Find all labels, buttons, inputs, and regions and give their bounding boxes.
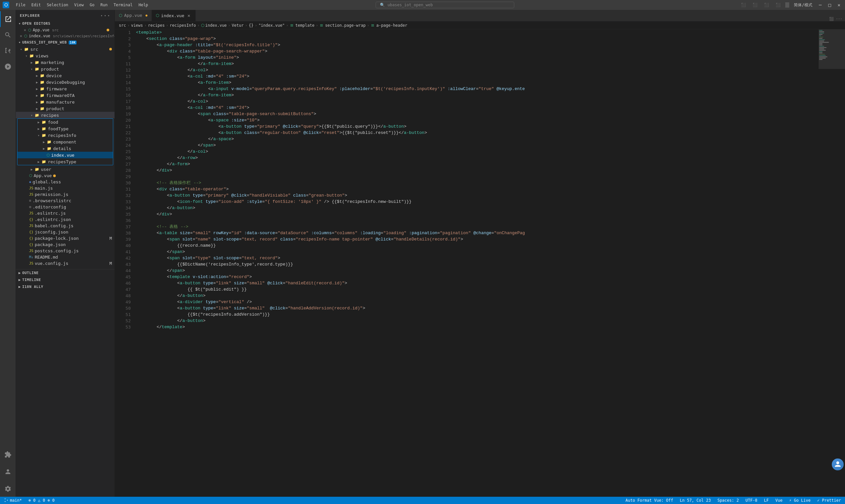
file-icon-pkg-lock: {} bbox=[29, 236, 33, 240]
code-line-21: <a-button type="primary" @click="query">… bbox=[136, 123, 816, 130]
status-autoformat[interactable]: Auto Format Vue: Off bbox=[624, 498, 675, 503]
tree-eslintrc-js[interactable]: JS .eslintrc.js bbox=[16, 210, 115, 216]
avatar[interactable] bbox=[832, 458, 844, 470]
tree-marketing[interactable]: ▶ 📁 marketing bbox=[16, 59, 115, 66]
debug-activity[interactable] bbox=[0, 59, 16, 74]
tree-manufacture[interactable]: ▶ 📁 manufacture bbox=[16, 98, 115, 105]
tree-recipes[interactable]: ▾ 📁 recipes bbox=[16, 112, 115, 119]
tree-component[interactable]: ▶ 📁 component bbox=[17, 139, 113, 145]
status-eol[interactable]: LF bbox=[763, 498, 770, 503]
code-content[interactable]: <template> <section class="page-wrap"> <… bbox=[133, 29, 818, 497]
bc-a-page-header[interactable]: a-page-header bbox=[371, 23, 407, 28]
locale-btn[interactable]: 简体/模式 bbox=[792, 2, 814, 8]
timeline-header[interactable]: ▶ TIMELINE bbox=[16, 276, 115, 283]
status-branch[interactable]: main* bbox=[3, 498, 23, 503]
tab-close-btn[interactable]: ✕ bbox=[186, 13, 191, 18]
bc-vetur[interactable]: Vetur bbox=[232, 23, 244, 28]
more-actions-btn[interactable]: ··· bbox=[836, 17, 842, 21]
status-lang[interactable]: Vue bbox=[774, 498, 784, 503]
menu-view[interactable]: View bbox=[72, 2, 87, 8]
tree-readme-md[interactable]: M↓ README.md bbox=[16, 254, 115, 260]
tab-index-vue[interactable]: ⬡ index.vue ✕ bbox=[152, 10, 196, 21]
tree-arrow-food: ▶ bbox=[36, 120, 41, 125]
maximize-btn[interactable]: □ bbox=[826, 2, 833, 8]
account-activity[interactable] bbox=[0, 464, 16, 480]
minimize-btn[interactable]: ─ bbox=[817, 2, 824, 8]
tree-src[interactable]: ▾ 📁 src bbox=[16, 46, 115, 52]
tree-views[interactable]: ▾ 📁 views bbox=[16, 52, 115, 59]
close-editor-icon[interactable]: ✕ bbox=[24, 28, 26, 32]
tree-package-json[interactable]: {} package.json bbox=[16, 241, 115, 248]
outline-header[interactable]: ▶ OUTLINE bbox=[16, 269, 115, 276]
explorer-activity[interactable] bbox=[0, 11, 16, 27]
status-errors[interactable]: ⊗ 0 △ 0 ⊗ 0 bbox=[27, 498, 56, 503]
close-btn[interactable]: ✕ bbox=[836, 2, 842, 8]
bc-indexvue2[interactable]: "index.vue" bbox=[259, 23, 284, 28]
extensions-activity[interactable] bbox=[0, 447, 16, 463]
open-editor-index-vue[interactable]: ✕ ⬡ index.vue src\views\recipes\recipesI… bbox=[16, 33, 115, 39]
tree-postcss-config[interactable]: JS postcss.config.js bbox=[16, 248, 115, 254]
tree-food[interactable]: ▶ 📁 food bbox=[17, 119, 113, 125]
bc-recipes[interactable]: recipes bbox=[148, 23, 165, 28]
tree-device[interactable]: ▶ 📁 device bbox=[16, 72, 115, 79]
source-control-activity[interactable] bbox=[0, 43, 16, 59]
tree-device-debugging[interactable]: ▶ 📁 deviceDebugging bbox=[16, 79, 115, 86]
bc-src[interactable]: src bbox=[119, 23, 126, 28]
tree-global-less[interactable]: ◆ global.less bbox=[16, 179, 115, 185]
bc-indexvue[interactable]: ⬡ index.vue bbox=[201, 23, 227, 28]
menu-edit[interactable]: Edit bbox=[29, 2, 43, 8]
tree-product[interactable]: ▾ 📁 product bbox=[16, 66, 115, 72]
tab-app-vue[interactable]: ⬡ App.vue ● bbox=[115, 10, 152, 21]
layout-toggle[interactable]: ⬛ bbox=[739, 2, 748, 8]
tree-jsconfig-json[interactable]: {} jsconfig.json bbox=[16, 229, 115, 235]
title-bar: ⬡ File Edit Selection View Go Run Termin… bbox=[0, 0, 845, 10]
tree-details[interactable]: ▶ 📁 details bbox=[17, 145, 113, 152]
close-editor-icon2[interactable]: ✕ bbox=[20, 34, 22, 38]
bc-obj[interactable]: {} bbox=[249, 23, 253, 28]
settings-activity[interactable] bbox=[0, 481, 16, 497]
tree-recipes-info[interactable]: ▾ 📁 recipesInfo bbox=[17, 132, 113, 139]
layout-toggle3[interactable]: ⬛ bbox=[762, 2, 771, 8]
open-editor-app-vue[interactable]: ✕ ⬡ App.vue src bbox=[16, 27, 115, 33]
tree-firmware[interactable]: ▶ 📁 firmware bbox=[16, 86, 115, 92]
tree-app-vue[interactable]: ⬡ App.vue bbox=[16, 173, 115, 179]
bc-views[interactable]: views bbox=[131, 23, 143, 28]
tree-package-lock-json[interactable]: {} package-lock.json M bbox=[16, 235, 115, 241]
menu-run[interactable]: Run bbox=[98, 2, 110, 8]
sidebar-more[interactable]: ··· bbox=[100, 13, 110, 19]
split-editor-btn[interactable]: ⬛ bbox=[829, 17, 834, 21]
bc-template[interactable]: template bbox=[290, 23, 315, 28]
tree-babel-config[interactable]: JS babel.config.js bbox=[16, 223, 115, 229]
tree-vue-config-js[interactable]: JS vue.config.js M bbox=[16, 260, 115, 267]
bc-section[interactable]: section.page-wrap bbox=[319, 23, 366, 28]
status-cursor[interactable]: Ln 57, Col 23 bbox=[679, 498, 712, 503]
search-bar[interactable]: 🔍 ubases_iot_open_web bbox=[376, 2, 514, 8]
menu-file[interactable]: File bbox=[13, 2, 28, 8]
menu-help[interactable]: Help bbox=[136, 2, 151, 8]
menu-selection[interactable]: Selection bbox=[44, 2, 71, 8]
status-spaces[interactable]: Spaces: 2 bbox=[716, 498, 740, 503]
tree-main-js[interactable]: JS main.js bbox=[16, 185, 115, 191]
tree-editorconfig[interactable]: ⚙ .editorconfig bbox=[16, 204, 115, 210]
search-activity[interactable] bbox=[0, 27, 16, 43]
tree-permission-js[interactable]: JS permission.js bbox=[16, 191, 115, 198]
menu-go[interactable]: Go bbox=[87, 2, 97, 8]
layout-toggle2[interactable]: ⬛ bbox=[751, 2, 759, 8]
tree-product-nested[interactable]: ▶ 📁 product bbox=[16, 105, 115, 112]
menu-terminal[interactable]: Terminal bbox=[111, 2, 135, 8]
project-section-header[interactable]: ▾ UBASES_IOT_OPEN_WEB 10K bbox=[16, 39, 115, 46]
open-editors-header[interactable]: ▾ OPEN EDITORS bbox=[16, 20, 115, 27]
tree-food-type[interactable]: ▶ 📁 foodType bbox=[17, 125, 113, 132]
bc-recipesinfo[interactable]: recipesInfo bbox=[170, 23, 196, 28]
status-encoding[interactable]: UTF-8 bbox=[744, 498, 758, 503]
tree-recipes-type[interactable]: ▶ 📁 recipesType bbox=[17, 158, 113, 165]
tree-firmware-ota[interactable]: ▶ 📁 firmwareOTA bbox=[16, 92, 115, 98]
layout-toggle4[interactable]: ⬛ bbox=[774, 2, 782, 8]
tree-browserslistrc[interactable]: ≡ .browserslistrc bbox=[16, 198, 115, 204]
tree-user[interactable]: ▶ 📁 user bbox=[16, 166, 115, 173]
tree-index-vue[interactable]: ⬡ index.vue bbox=[17, 152, 113, 158]
status-prettier[interactable]: ✓ Prettier bbox=[816, 498, 842, 503]
tree-eslintrc-json[interactable]: {} .eslintrc.json bbox=[16, 216, 115, 223]
status-golive[interactable]: ⚡ Go Live bbox=[788, 498, 812, 503]
i18n-ally-header[interactable]: ▶ I18N ALLY bbox=[16, 283, 115, 290]
